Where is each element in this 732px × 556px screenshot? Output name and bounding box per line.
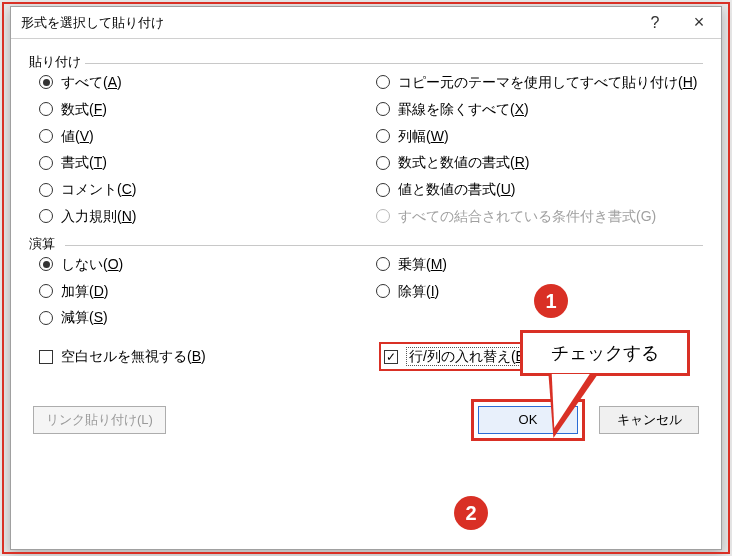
radio-icon — [39, 311, 53, 325]
radio-label: コメント(C) — [61, 181, 136, 198]
radio-validation[interactable]: 入力規則(N) — [39, 208, 366, 225]
button-label: リンク貼り付け(L) — [46, 411, 153, 429]
radio-op-add[interactable]: 加算(D) — [39, 283, 366, 300]
radio-icon — [376, 284, 390, 298]
radio-values[interactable]: 値(V) — [39, 128, 366, 145]
check-label: 行/列の入れ替え(E) — [406, 347, 533, 366]
radio-op-mul[interactable]: 乗算(M) — [376, 256, 703, 273]
help-icon: ? — [651, 14, 660, 32]
radio-icon — [39, 257, 53, 271]
annotation-badge-1: 1 — [534, 284, 568, 318]
paste-special-dialog: 形式を選択して貼り付け ? × 貼り付け すべて(A) コピー元のテーマを使用し… — [10, 6, 722, 550]
check-label: 空白セルを無視する(B) — [61, 348, 206, 365]
check-skip-blanks[interactable]: 空白セルを無視する(B) — [39, 348, 206, 365]
radio-merge-cond: すべての結合されている条件付き書式(G) — [376, 208, 703, 225]
radio-icon — [39, 129, 53, 143]
paste-link-button: リンク貼り付け(L) — [33, 406, 166, 434]
radio-icon — [376, 156, 390, 170]
group-operation-divider — [65, 245, 703, 246]
radio-label: すべて(A) — [61, 74, 122, 91]
radio-icon — [376, 183, 390, 197]
radio-icon — [39, 284, 53, 298]
radio-icon — [39, 183, 53, 197]
operation-options-grid: しない(O) 乗算(M) 加算(D) 除算(I) 減算(S) — [39, 256, 703, 326]
radio-label: 列幅(W) — [398, 128, 449, 145]
checkbox-icon: ✓ — [384, 350, 398, 364]
group-paste-divider — [85, 63, 703, 64]
radio-icon — [376, 75, 390, 89]
close-icon: × — [694, 12, 705, 33]
window-title: 形式を選択して貼り付け — [21, 14, 633, 32]
radio-icon — [39, 75, 53, 89]
radio-label: しない(O) — [61, 256, 123, 273]
dialog-body: 貼り付け すべて(A) コピー元のテーマを使用してすべて貼り付け(H) 数式(F… — [11, 39, 721, 453]
radio-theme[interactable]: コピー元のテーマを使用してすべて貼り付け(H) — [376, 74, 703, 91]
radio-icon — [376, 129, 390, 143]
annotation-bubble: チェックする — [520, 330, 690, 376]
button-label: キャンセル — [617, 411, 682, 429]
radio-icon — [376, 102, 390, 116]
radio-icon — [39, 209, 53, 223]
button-label: OK — [519, 412, 538, 427]
close-button[interactable]: × — [677, 7, 721, 39]
radio-op-sub[interactable]: 減算(S) — [39, 309, 366, 326]
radio-noborders[interactable]: 罫線を除くすべて(X) — [376, 101, 703, 118]
dialog-button-row: リンク貼り付け(L) OK キャンセル — [29, 399, 703, 441]
radio-val-formats[interactable]: 値と数値の書式(U) — [376, 181, 703, 198]
radio-label: 加算(D) — [61, 283, 108, 300]
radio-icon — [39, 102, 53, 116]
radio-label: 値(V) — [61, 128, 94, 145]
radio-label: 値と数値の書式(U) — [398, 181, 515, 198]
radio-op-none[interactable]: しない(O) — [39, 256, 366, 273]
radio-comments[interactable]: コメント(C) — [39, 181, 366, 198]
radio-all[interactable]: すべて(A) — [39, 74, 366, 91]
annotation-bubble-text: チェックする — [551, 341, 659, 365]
annotation-badge-2: 2 — [454, 496, 488, 530]
radio-formulas[interactable]: 数式(F) — [39, 101, 366, 118]
radio-icon — [39, 156, 53, 170]
radio-label: 罫線を除くすべて(X) — [398, 101, 529, 118]
radio-formats[interactable]: 書式(T) — [39, 154, 366, 171]
radio-label: 数式と数値の書式(R) — [398, 154, 529, 171]
radio-fn-formats[interactable]: 数式と数値の書式(R) — [376, 154, 703, 171]
radio-label: すべての結合されている条件付き書式(G) — [398, 208, 656, 225]
radio-label: 書式(T) — [61, 154, 107, 171]
group-operation-label: 演算 — [29, 235, 703, 253]
help-button[interactable]: ? — [633, 7, 677, 39]
radio-label: 乗算(M) — [398, 256, 447, 273]
radio-label: 数式(F) — [61, 101, 107, 118]
radio-label: 除算(I) — [398, 283, 439, 300]
radio-icon — [376, 209, 390, 223]
paste-options-grid: すべて(A) コピー元のテーマを使用してすべて貼り付け(H) 数式(F) 罫線を… — [39, 74, 703, 225]
annotation-transpose-highlight: ✓ 行/列の入れ替え(E) — [379, 342, 541, 371]
checkbox-icon — [39, 350, 53, 364]
radio-label: 入力規則(N) — [61, 208, 136, 225]
titlebar: 形式を選択して貼り付け ? × — [11, 7, 721, 39]
radio-colwidth[interactable]: 列幅(W) — [376, 128, 703, 145]
radio-icon — [376, 257, 390, 271]
check-transpose[interactable]: ✓ 行/列の入れ替え(E) — [384, 347, 533, 366]
radio-label: 減算(S) — [61, 309, 108, 326]
group-paste-label: 貼り付け — [29, 53, 703, 71]
cancel-button[interactable]: キャンセル — [599, 406, 699, 434]
radio-label: コピー元のテーマを使用してすべて貼り付け(H) — [398, 74, 697, 91]
